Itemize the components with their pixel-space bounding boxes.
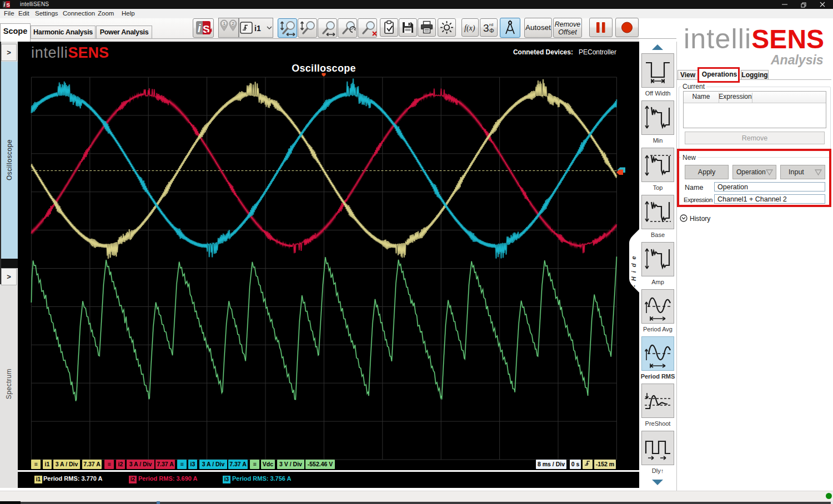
svg-text:2: 2 xyxy=(232,21,235,26)
svg-text:3: 3 xyxy=(483,22,489,34)
svg-text:1: 1 xyxy=(223,21,226,26)
svg-text:- H i d e: - H i d e xyxy=(630,255,637,287)
svg-text:i: i xyxy=(4,2,6,8)
svg-text:rd: rd xyxy=(489,22,493,27)
svg-text:f(x): f(x) xyxy=(464,24,475,33)
svg-text:i: i xyxy=(198,22,201,34)
svg-text:i1: i1 xyxy=(254,24,261,33)
svg-text:Φ: Φ xyxy=(489,27,494,34)
svg-text:S: S xyxy=(7,2,10,8)
